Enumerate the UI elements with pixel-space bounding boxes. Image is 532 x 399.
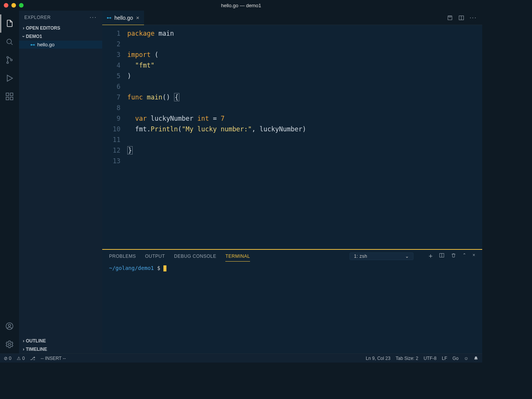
status-position[interactable]: Ln 9, Col 23 [366,356,391,361]
chevron-down-icon: ⌄ [405,254,409,259]
status-mode: -- INSERT -- [41,356,66,361]
explorer-title: EXPLORER [24,15,51,20]
svg-rect-12 [449,16,451,17]
explorer-icon[interactable] [0,14,19,33]
close-tab-icon[interactable]: × [136,14,139,21]
status-bar: ⊘ 0 ⚠ 0 ⎇ -- INSERT -- Ln 9, Col 23 Tab … [0,353,482,363]
extensions-icon[interactable] [0,87,19,106]
svg-point-3 [11,59,12,61]
status-errors[interactable]: ⊘ 0 [4,356,11,361]
search-icon[interactable] [0,33,19,51]
split-editor-icon[interactable] [458,15,464,21]
bottom-panel: PROBLEMSOUTPUTDEBUG CONSOLETERMINAL 1: z… [102,249,482,353]
panel-tab-terminal[interactable]: TERMINAL [225,251,250,262]
svg-point-9 [8,324,11,326]
tab-hello-go[interactable]: ⊷ hello.go × [102,11,144,25]
status-git-icon[interactable]: ⎇ [30,356,35,361]
window-controls [4,3,24,8]
accounts-icon[interactable] [0,317,19,335]
activity-bar [0,11,19,353]
code-content[interactable]: package mainimport ( "fmt")func main() {… [127,25,482,249]
line-numbers: 12345678910111213 [102,25,127,249]
svg-point-2 [7,62,8,63]
status-feedback-icon[interactable]: ☺ [464,356,469,361]
go-file-icon: ⊷ [30,42,35,47]
window-title: hello.go — demo1 [221,3,261,8]
outline-section[interactable]: › OUTLINE [19,337,102,345]
chevron-up-icon[interactable]: ⌃ [462,252,467,260]
explorer-sidebar: EXPLORER ··· › OPEN EDITORS › DEMO1 ⊷ he… [19,11,102,353]
editor-more-icon[interactable]: ··· [470,14,477,21]
chevron-right-icon: › [23,347,24,352]
svg-rect-7 [10,97,13,100]
minimize-window-button[interactable] [11,3,16,8]
terminal-path: ~/golang/demo1 [109,265,154,271]
panel-tab-problems[interactable]: PROBLEMS [109,251,136,261]
trash-icon[interactable] [451,252,456,258]
panel-tab-debug-console[interactable]: DEBUG CONSOLE [174,251,216,261]
open-editors-section[interactable]: › OPEN EDITORS [19,24,102,32]
split-terminal-icon[interactable] [439,252,445,258]
svg-rect-11 [448,16,452,20]
file-tree-item[interactable]: ⊷ hello.go [19,41,102,49]
settings-icon[interactable] [0,335,19,353]
chevron-down-icon: › [21,36,26,37]
svg-point-10 [8,343,11,345]
close-panel-icon[interactable]: × [472,252,475,260]
file-name: hello.go [37,42,55,47]
status-language[interactable]: Go [453,356,459,361]
terminal-cursor [163,265,166,271]
chevron-right-icon: › [23,338,24,344]
close-window-button[interactable] [4,3,8,8]
terminal[interactable]: ~/golang/demo1 $ [102,263,482,353]
run-debug-icon[interactable] [0,69,19,87]
svg-point-0 [7,39,11,44]
source-control-icon[interactable] [0,51,19,69]
timeline-section[interactable]: › TIMELINE [19,345,102,353]
status-bell-icon[interactable]: 🔔︎ [474,356,478,361]
save-icon[interactable] [447,15,453,21]
svg-point-1 [7,57,8,58]
panel-tab-output[interactable]: OUTPUT [145,251,165,261]
svg-rect-5 [10,93,13,96]
status-encoding[interactable]: UTF-8 [424,356,437,361]
project-folder-section[interactable]: › DEMO1 [19,32,102,41]
maximize-window-button[interactable] [19,3,24,8]
svg-rect-6 [6,97,9,100]
titlebar: hello.go — demo1 [0,0,482,11]
status-tabsize[interactable]: Tab Size: 2 [396,356,418,361]
code-editor[interactable]: 12345678910111213 package mainimport ( "… [102,25,482,249]
explorer-more-icon[interactable]: ··· [90,14,97,21]
tab-label: hello.go [114,15,133,21]
status-eol[interactable]: LF [442,356,447,361]
svg-rect-4 [6,93,9,96]
new-terminal-icon[interactable]: + [429,252,433,260]
editor-tabs: ⊷ hello.go × ··· [102,11,482,25]
status-warnings[interactable]: ⚠ 0 [17,356,25,361]
go-file-icon: ⊷ [107,15,111,21]
chevron-right-icon: › [23,25,24,31]
terminal-selector[interactable]: 1: zsh ⌄ [350,252,413,260]
